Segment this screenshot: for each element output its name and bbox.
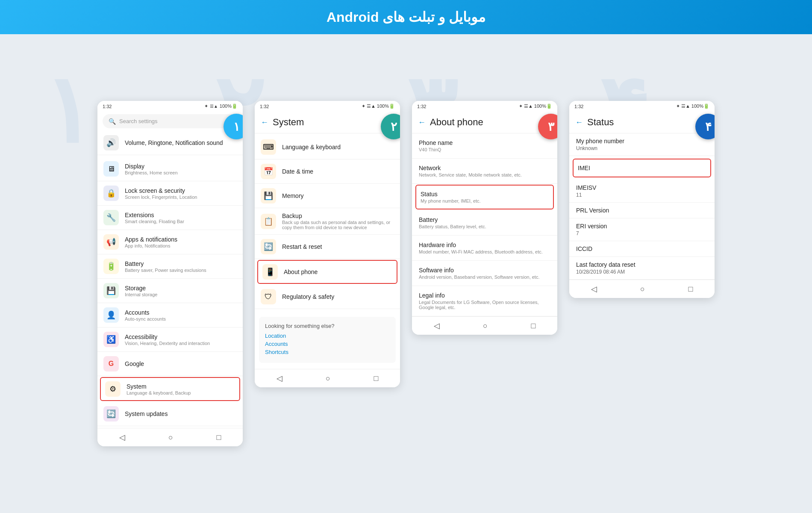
network-item[interactable]: Network Network, Service state, Mobile n… — [412, 159, 557, 184]
status-bar-4: 1:32 ✦ ☰▲ 100%🔋 — [569, 101, 715, 112]
accessibility-icon: ♿ — [103, 332, 119, 347]
about-phone-highlighted[interactable]: 📱 About phone — [257, 260, 397, 284]
back-arrow-3[interactable]: ← — [418, 118, 426, 127]
system-updates-item[interactable]: 🔄 System updates — [97, 402, 243, 426]
phone-name-item[interactable]: Phone name V40 ThinQ — [412, 133, 557, 159]
system-updates-icon: 🔄 — [103, 406, 119, 422]
status-page-title: Status — [587, 117, 614, 128]
status-icons-1: ✦ ☰▲ 100%🔋 — [204, 103, 238, 109]
status-bar-2: 1:32 ✦ ☰▲ 100%🔋 — [255, 101, 400, 112]
lock-icon: 🔒 — [103, 186, 119, 201]
nav-bar-3: ◁ ○ □ — [412, 316, 557, 335]
backup-item[interactable]: 📋 Backup Back up data such as personal d… — [255, 208, 400, 235]
recents-btn-2[interactable]: □ — [374, 374, 378, 383]
apps-notifications-item[interactable]: 📢 Apps & notifications App info, Notific… — [97, 230, 243, 254]
status-bar-1: 1:32 ✦ ☰▲ 100%🔋 — [97, 101, 243, 112]
display-item[interactable]: 🖥 Display Brightness, Home screen — [97, 157, 243, 181]
time-3: 1:32 — [417, 104, 426, 109]
nav-bar-4: ◁ ○ □ — [569, 280, 715, 298]
restart-reset-item[interactable]: 🔄 Restart & reset — [255, 235, 400, 259]
imei-section-highlighted[interactable]: IMEI — [573, 159, 711, 177]
phones-container: ۱ 1:32 ✦ ☰▲ 100%🔋 🔍 Search settings ⋮ 🔊 — [97, 101, 715, 446]
accessibility-item[interactable]: ♿ Accessibility Vision, Hearing, Dexteri… — [97, 327, 243, 352]
time-2: 1:32 — [260, 104, 269, 109]
status-icons-2: ✦ ☰▲ 100%🔋 — [362, 103, 395, 109]
status-icons-3: ✦ ☰▲ 100%🔋 — [519, 103, 552, 109]
nav-bar-1: ◁ ○ □ — [97, 428, 243, 446]
software-info-item[interactable]: Software info Android version, Baseband … — [412, 261, 557, 286]
display-icon: 🖥 — [103, 161, 119, 177]
status-page-header: ← Status — [569, 112, 715, 133]
battery-icon: 🔋 — [103, 259, 119, 274]
my-phone-number-section[interactable]: My phone number Unknown — [569, 133, 715, 156]
battery-about-item[interactable]: Battery Battery status, Battery level, e… — [412, 210, 557, 236]
recents-btn-1[interactable]: □ — [216, 433, 221, 442]
recents-btn-3[interactable]: □ — [531, 321, 535, 330]
date-time-item[interactable]: 📅 Date & time — [255, 159, 400, 184]
home-btn-1[interactable]: ○ — [168, 433, 173, 442]
back-arrow-2[interactable]: ← — [261, 118, 268, 127]
system-item-highlighted[interactable]: ⚙ System Language & keyboard, Backup — [100, 377, 240, 401]
back-arrow-4[interactable]: ← — [575, 118, 583, 127]
recents-btn-4[interactable]: □ — [688, 285, 693, 294]
time-4: 1:32 — [574, 104, 583, 109]
language-icon: ⌨ — [261, 139, 276, 155]
memory-item[interactable]: 💾 Memory — [255, 184, 400, 208]
apps-icon: 📢 — [103, 234, 119, 250]
regulatory-safety-item[interactable]: 🛡 Regulatory & safety — [255, 285, 400, 309]
system-settings-list: ⌨ Language & keyboard 📅 Date & time 💾 Me… — [255, 133, 400, 311]
storage-icon: 💾 — [103, 283, 119, 298]
battery-item[interactable]: 🔋 Battery Battery saver, Power saving ex… — [97, 254, 243, 279]
backup-icon: 📋 — [261, 214, 276, 229]
phone-3: ۳ 1:32 ✦ ☰▲ 100%🔋 ← About phone Phone na… — [412, 101, 557, 335]
accounts-item[interactable]: 👤 Accounts Auto-sync accounts — [97, 303, 243, 327]
status-icons-4: ✦ ☰▲ 100%🔋 — [676, 103, 709, 109]
google-icon: G — [103, 356, 119, 371]
system-icon: ⚙ — [105, 381, 121, 397]
status-item-highlighted[interactable]: Status My phone number, IMEI, etc. — [415, 185, 554, 209]
home-btn-4[interactable]: ○ — [640, 285, 645, 294]
lock-screen-item[interactable]: 🔒 Lock screen & security Screen lock, Fi… — [97, 181, 243, 206]
shortcuts-link[interactable]: Shortcuts — [265, 349, 390, 355]
back-btn-3[interactable]: ◁ — [434, 321, 440, 330]
hardware-info-item[interactable]: Hardware info Model number, Wi-Fi MAC ad… — [412, 236, 557, 261]
home-btn-3[interactable]: ○ — [483, 321, 488, 330]
settings-list-1: 🖥 Display Brightness, Home screen 🔒 Lock… — [97, 155, 243, 428]
looking-title: Looking for something else? — [265, 323, 390, 329]
search-icon-1: 🔍 — [109, 118, 116, 125]
looking-for-box: Looking for something else? Location Acc… — [259, 317, 396, 363]
about-phone-page-header: ← About phone — [412, 112, 557, 133]
about-phone-icon: 📱 — [262, 264, 278, 280]
location-link[interactable]: Location — [265, 333, 390, 339]
eri-version-section[interactable]: ERI version 7 — [569, 218, 715, 241]
system-title: System — [273, 117, 304, 128]
volume-item[interactable]: 🔊 Volume, Ringtone, Notification sound — [97, 131, 243, 155]
back-btn-2[interactable]: ◁ — [277, 374, 282, 383]
search-placeholder-1: Search settings — [119, 118, 158, 124]
imeisv-section[interactable]: IMEISV 11 — [569, 180, 715, 203]
volume-icon: 🔊 — [103, 135, 119, 150]
legal-info-item[interactable]: Legal info Legal Documents for LG Softwa… — [412, 286, 557, 316]
extensions-item[interactable]: 🔧 Extensions Smart cleaning, Floating Ba… — [97, 206, 243, 230]
page-header: موبایل و تبلت های Android — [0, 0, 812, 34]
system-page-header: ← System — [255, 112, 400, 133]
restart-icon: 🔄 — [261, 239, 276, 254]
time-1: 1:32 — [103, 104, 112, 109]
phone-2: ۲ 1:32 ✦ ☰▲ 100%🔋 ← System ⌨ Language & … — [255, 101, 400, 387]
phone-4: ۴ 1:32 ✦ ☰▲ 100%🔋 ← Status My phone numb… — [569, 101, 715, 298]
search-bar-1[interactable]: 🔍 Search settings ⋮ — [103, 114, 238, 128]
nav-bar-2: ◁ ○ □ — [255, 369, 400, 387]
google-item[interactable]: G Google — [97, 352, 243, 376]
extensions-icon: 🔧 — [103, 210, 119, 225]
back-btn-4[interactable]: ◁ — [591, 284, 597, 294]
storage-item[interactable]: 💾 Storage Internal storage — [97, 279, 243, 303]
accounts-link[interactable]: Accounts — [265, 341, 390, 347]
language-keyboard-item[interactable]: ⌨ Language & keyboard — [255, 135, 400, 159]
last-factory-reset-section[interactable]: Last factory data reset 10/28/2019 08:46… — [569, 257, 715, 280]
accounts-icon: 👤 — [103, 307, 119, 323]
iccid-section[interactable]: ICCID — [569, 241, 715, 257]
memory-icon: 💾 — [261, 188, 276, 203]
prl-version-section[interactable]: PRL Version — [569, 203, 715, 218]
back-btn-1[interactable]: ◁ — [119, 433, 125, 442]
home-btn-2[interactable]: ○ — [326, 374, 330, 383]
